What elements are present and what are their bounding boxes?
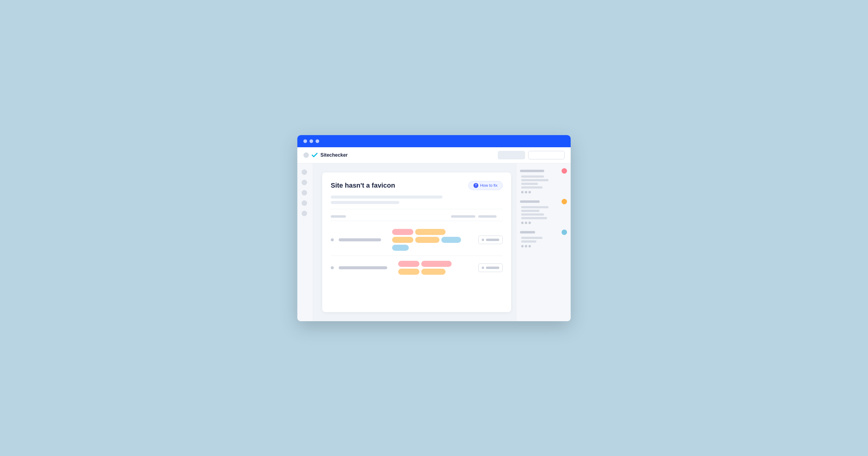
rs-line-header-3 bbox=[520, 231, 535, 233]
rs-sub-line-1-2 bbox=[521, 179, 549, 181]
traffic-dot-2 bbox=[309, 139, 313, 143]
col-header-3 bbox=[478, 215, 497, 218]
tag-pink-2 bbox=[398, 261, 420, 267]
traffic-dot-3 bbox=[315, 139, 319, 143]
tag-orange-1 bbox=[415, 229, 445, 235]
tags-row-1-2 bbox=[392, 237, 473, 243]
rs-dot-2 bbox=[525, 191, 527, 193]
rs-section-3 bbox=[520, 230, 567, 248]
tags-row-2-1 bbox=[398, 261, 473, 267]
rs-sub-lines-3 bbox=[520, 237, 567, 242]
traffic-dot-1 bbox=[303, 139, 307, 143]
tags-row-1-3 bbox=[392, 245, 473, 251]
action-button-1[interactable] bbox=[478, 236, 503, 244]
sidebar-dot-3 bbox=[302, 190, 307, 196]
description-lines bbox=[331, 196, 503, 204]
header-buttons bbox=[498, 151, 565, 159]
browser-window: Sitechecker Site hasn't a favicon ? bbox=[297, 135, 571, 321]
tags-row-1-1 bbox=[392, 229, 473, 235]
rs-badge-red bbox=[562, 168, 567, 174]
rs-item-3 bbox=[520, 230, 567, 235]
content-panel: Site hasn't a favicon ? How to fix bbox=[322, 172, 511, 312]
browser-content: Site hasn't a favicon ? How to fix bbox=[297, 163, 571, 321]
tags-area-1 bbox=[392, 229, 473, 251]
desc-line-2 bbox=[331, 201, 399, 204]
action-btn-dot-1 bbox=[482, 239, 484, 241]
rs-badge-blue bbox=[562, 230, 567, 235]
tag-pink-3 bbox=[421, 261, 452, 267]
rs-sub-line-1-3 bbox=[521, 183, 538, 185]
rs-dot-1 bbox=[521, 191, 524, 193]
tags-area-2 bbox=[398, 261, 473, 275]
row-text-1 bbox=[339, 238, 381, 241]
rs-dot-3 bbox=[528, 191, 531, 193]
row-dot-1 bbox=[331, 238, 334, 241]
action-button-2[interactable] bbox=[478, 263, 503, 272]
tag-orange-2 bbox=[392, 237, 413, 243]
sidebar-dot-1 bbox=[302, 169, 307, 175]
table-row-2 bbox=[331, 256, 503, 280]
rs-sub-line-2-3 bbox=[521, 214, 544, 216]
tags-row-2-2 bbox=[398, 269, 473, 275]
how-to-fix-label: How to fix bbox=[480, 183, 497, 188]
rs-sub-line-2-1 bbox=[521, 206, 549, 208]
rs-dot-4 bbox=[521, 222, 524, 224]
header-bar: Sitechecker bbox=[297, 147, 571, 163]
action-btn-line-1 bbox=[486, 239, 499, 241]
rs-item-2 bbox=[520, 199, 567, 204]
left-sidebar bbox=[297, 163, 313, 321]
rs-dot-8 bbox=[525, 245, 527, 248]
action-btn-dot-2 bbox=[482, 266, 484, 269]
logo-icon bbox=[311, 153, 318, 158]
sidebar-dot-2 bbox=[302, 180, 307, 185]
desc-line-1 bbox=[331, 196, 442, 199]
table-row-1 bbox=[331, 224, 503, 256]
col-header-1 bbox=[331, 215, 346, 218]
browser-titlebar bbox=[297, 135, 571, 147]
how-to-fix-button[interactable]: ? How to fix bbox=[468, 181, 503, 190]
right-sidebar bbox=[516, 163, 571, 321]
rs-sub-line-1-4 bbox=[521, 186, 542, 189]
rs-sub-line-2-4 bbox=[521, 217, 547, 219]
panel-title: Site hasn't a favicon bbox=[331, 182, 395, 190]
sidebar-dot-5 bbox=[302, 211, 307, 216]
tag-orange-4 bbox=[398, 269, 420, 275]
rs-dot-9 bbox=[528, 245, 531, 248]
sidebar-dot-4 bbox=[302, 200, 307, 206]
rs-section-1 bbox=[520, 168, 567, 193]
col-header-2 bbox=[451, 215, 475, 218]
rs-section-2 bbox=[520, 199, 567, 224]
rs-sub-line-2-2 bbox=[521, 210, 539, 212]
tag-orange-5 bbox=[421, 269, 445, 275]
rs-badge-orange bbox=[562, 199, 567, 204]
rs-dot-6 bbox=[528, 222, 531, 224]
header-secondary-button[interactable] bbox=[528, 151, 565, 159]
rs-sub-lines-2 bbox=[520, 206, 567, 219]
tag-pink-1 bbox=[392, 229, 413, 235]
panel-header: Site hasn't a favicon ? How to fix bbox=[331, 181, 503, 190]
rs-sub-line-3-1 bbox=[521, 237, 542, 239]
rs-sub-lines-1 bbox=[520, 175, 567, 189]
rs-sub-line-3-2 bbox=[521, 240, 536, 242]
tag-blue-2 bbox=[392, 245, 409, 251]
divider-1 bbox=[331, 209, 503, 209]
logo-area: Sitechecker bbox=[303, 153, 348, 158]
header-primary-button[interactable] bbox=[498, 151, 525, 159]
rs-item-1 bbox=[520, 168, 567, 174]
rs-line-header-2 bbox=[520, 200, 540, 203]
rs-dot-7 bbox=[521, 245, 524, 248]
row-dot-2 bbox=[331, 266, 334, 269]
rs-line-header-1 bbox=[520, 170, 544, 172]
action-btn-line-2 bbox=[486, 266, 499, 269]
logo-text: Sitechecker bbox=[320, 153, 348, 158]
tag-orange-3 bbox=[415, 237, 439, 243]
tag-blue-1 bbox=[441, 237, 461, 243]
question-icon: ? bbox=[473, 183, 478, 188]
rs-dot-5 bbox=[525, 222, 527, 224]
logo-circle bbox=[303, 153, 309, 158]
rs-sub-line-1-1 bbox=[521, 175, 544, 177]
row-text-2 bbox=[339, 266, 387, 269]
